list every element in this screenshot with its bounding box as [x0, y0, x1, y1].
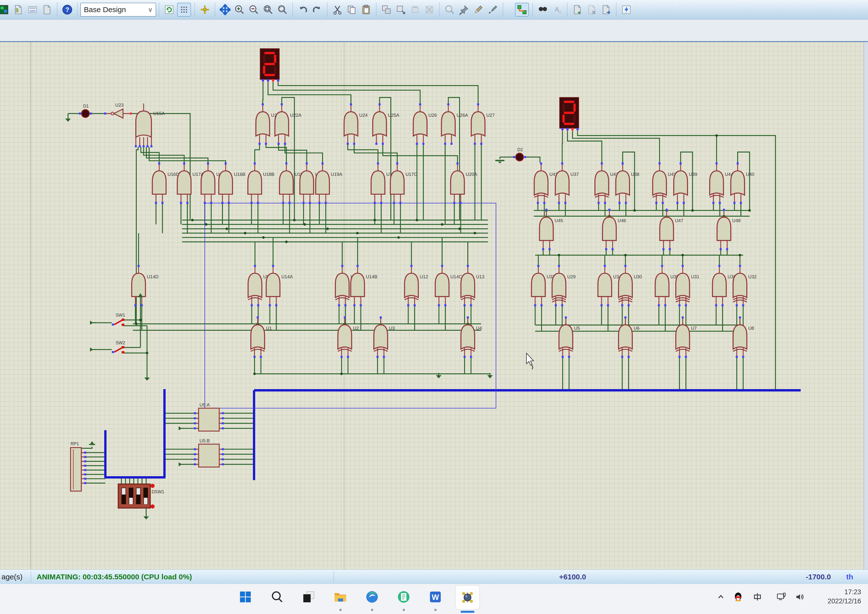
gate-U22A[interactable]: U22A: [275, 104, 302, 145]
task-view-taskbar-icon[interactable]: [299, 588, 318, 606]
gate-U13[interactable]: U13: [461, 265, 484, 307]
gate-U43[interactable]: U43: [653, 163, 676, 204]
gate-U45[interactable]: U45: [539, 209, 563, 250]
edge-taskbar-icon[interactable]: [363, 588, 381, 606]
help-button[interactable]: ?: [61, 3, 74, 16]
gate-U33[interactable]: U33: [532, 265, 555, 307]
gate-U40[interactable]: U40: [731, 163, 754, 204]
gate-U14B[interactable]: U14B: [351, 265, 377, 307]
gate-U25A[interactable]: U25A: [373, 104, 400, 145]
volume-tray-icon[interactable]: [793, 590, 807, 604]
sheet-selector-dropdown[interactable]: Base Design∨: [81, 3, 156, 17]
start-taskbar-icon[interactable]: [236, 588, 255, 606]
wire[interactable]: [285, 145, 322, 163]
block-rotate-button[interactable]: [409, 3, 422, 16]
gate-U16D[interactable]: U16D: [152, 163, 179, 204]
zoom-in-button[interactable]: [233, 3, 246, 16]
u5b-ic[interactable]: U5:B: [194, 438, 224, 467]
gate-U26[interactable]: U26: [413, 104, 437, 145]
powt[interactable]: [89, 441, 95, 445]
zoom-out-button[interactable]: [247, 3, 260, 16]
gate-U35[interactable]: U35: [655, 265, 679, 307]
search-taskbar-icon[interactable]: [268, 588, 287, 606]
proteus-taskbar-icon-active[interactable]: [456, 586, 479, 609]
refresh-button[interactable]: [163, 3, 176, 16]
seven-segment-display[interactable]: [560, 98, 578, 131]
gate-U32[interactable]: U32: [733, 265, 757, 307]
gndb[interactable]: [495, 160, 504, 163]
property-tool-button[interactable]: A%: [551, 3, 564, 16]
chevron-up-tray-icon[interactable]: [714, 590, 728, 604]
origin-button[interactable]: [198, 3, 211, 16]
gate-U30[interactable]: U30: [618, 265, 642, 307]
redo-button[interactable]: [311, 3, 324, 16]
gate-U31[interactable]: U31: [676, 265, 699, 307]
netlist-button[interactable]: osm: [26, 3, 39, 16]
block-delete-button[interactable]: [423, 3, 436, 16]
pin-button[interactable]: [457, 3, 471, 16]
gnda[interactable]: [144, 514, 149, 519]
gate-U41[interactable]: U41: [534, 163, 558, 204]
pan-button[interactable]: [219, 3, 231, 16]
edit-button[interactable]: [472, 3, 485, 16]
gate-U34[interactable]: U34: [598, 265, 622, 307]
gate-U37[interactable]: U37: [555, 163, 579, 204]
sheet-remove-button[interactable]: [585, 3, 598, 16]
gate-U24[interactable]: U24: [344, 104, 367, 145]
gate-U38[interactable]: U38: [616, 163, 639, 204]
gate-U17A[interactable]: U17A: [177, 163, 204, 204]
qq-tray-icon[interactable]: [731, 590, 745, 604]
display-cast-tray-icon[interactable]: [774, 590, 788, 604]
wire[interactable]: [136, 147, 138, 324]
gate-U19A[interactable]: U19A: [316, 163, 343, 204]
term[interactable]: [90, 347, 96, 352]
term[interactable]: [90, 321, 96, 325]
d2-led[interactable]: D2: [513, 147, 526, 161]
wire[interactable]: [266, 145, 286, 163]
selection-rectangle[interactable]: [205, 203, 496, 408]
sheet-goto-button[interactable]: [600, 3, 612, 16]
copy-button[interactable]: [345, 3, 358, 16]
rp1-rp[interactable]: RP1: [70, 441, 87, 491]
u23-notl[interactable]: U23: [104, 102, 132, 118]
sheet-add-button[interactable]: [571, 3, 584, 16]
wire[interactable]: [144, 147, 184, 163]
gate-U20A[interactable]: U20A: [451, 163, 477, 204]
gate-U47[interactable]: U47: [660, 209, 683, 250]
gate-U18B[interactable]: U18B: [248, 163, 274, 204]
gate-U36[interactable]: U36: [712, 265, 736, 307]
zoom-selection-button[interactable]: [443, 3, 456, 16]
gnda[interactable]: [65, 116, 71, 122]
gate-U26A[interactable]: U26A: [442, 104, 468, 145]
search-tag-button[interactable]: [536, 3, 549, 16]
d1-led[interactable]: D1: [79, 104, 92, 118]
wire[interactable]: [348, 145, 378, 163]
wire[interactable]: [562, 131, 563, 163]
gate-U39[interactable]: U39: [674, 163, 698, 204]
new-design-button[interactable]: [0, 3, 10, 16]
gate-U48[interactable]: U48: [717, 209, 741, 250]
word-taskbar-icon[interactable]: W: [426, 588, 445, 606]
gate-U42[interactable]: U42: [595, 163, 618, 204]
dsw1-dip[interactable]: DSW1: [118, 484, 164, 509]
wire[interactable]: [263, 83, 263, 104]
wire[interactable]: [525, 157, 540, 163]
taskbar-clock[interactable]: 17:23 2022/12/16: [828, 588, 861, 606]
gate-U2[interactable]: U2: [338, 316, 359, 358]
gate-U29[interactable]: U29: [552, 265, 576, 307]
gate-U14A[interactable]: U14A: [266, 265, 293, 307]
gate-U17C[interactable]: U17C: [391, 163, 417, 204]
wire[interactable]: [578, 131, 717, 163]
term[interactable]: [178, 426, 184, 431]
gate-U3[interactable]: U3: [374, 316, 395, 358]
u15a-or5[interactable]: U15A: [135, 104, 165, 147]
sw2-sw[interactable]: SW2: [112, 340, 125, 354]
wire[interactable]: [255, 145, 259, 163]
undo-button[interactable]: [296, 3, 309, 16]
zoom-extents-button[interactable]: [262, 3, 274, 16]
wire[interactable]: [383, 145, 457, 163]
wire[interactable]: [572, 131, 659, 163]
block-copy-button[interactable]: [380, 3, 393, 16]
design-explorer-button[interactable]: [620, 3, 633, 16]
gate-U12[interactable]: U12: [405, 265, 428, 307]
